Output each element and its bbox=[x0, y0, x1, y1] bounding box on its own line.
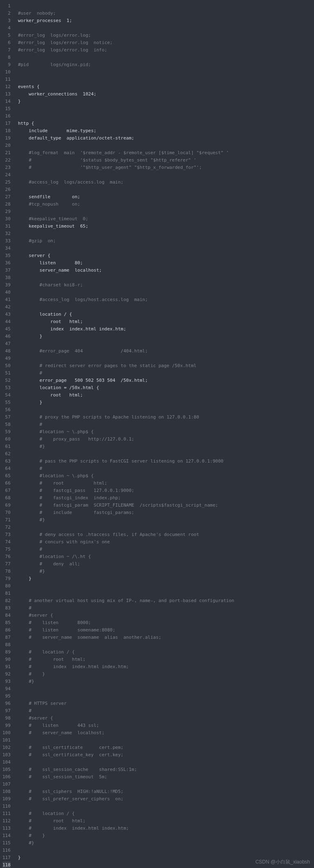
line-number[interactable]: 97 bbox=[2, 707, 11, 715]
line-number[interactable]: 28 bbox=[2, 201, 11, 208]
line-number[interactable]: 70 bbox=[2, 509, 11, 516]
code-line[interactable]: #keepalive_timeout 0; bbox=[18, 215, 314, 223]
code-line[interactable] bbox=[18, 737, 314, 744]
line-number[interactable]: 55 bbox=[2, 399, 11, 406]
code-line[interactable]: # root html; bbox=[18, 480, 314, 487]
line-number[interactable]: 8 bbox=[2, 54, 11, 61]
line-number[interactable]: 87 bbox=[2, 634, 11, 641]
code-line[interactable]: # bbox=[18, 465, 314, 472]
line-number[interactable]: 60 bbox=[2, 436, 11, 443]
code-line[interactable]: # deny all; bbox=[18, 560, 314, 568]
line-number[interactable]: 117 bbox=[2, 854, 11, 861]
line-number[interactable]: 85 bbox=[2, 619, 11, 627]
code-line[interactable] bbox=[18, 450, 314, 458]
code-area[interactable]: #user nobody;worker_processes 1; #error_… bbox=[14, 0, 314, 868]
code-line[interactable] bbox=[18, 24, 314, 32]
code-line[interactable]: # index index.html index.htm; bbox=[18, 825, 314, 832]
code-line[interactable]: # listen 8000; bbox=[18, 619, 314, 627]
code-line[interactable]: #tcp_nopush on; bbox=[18, 201, 314, 208]
code-line[interactable]: # ssl_session_timeout 5m; bbox=[18, 773, 314, 781]
line-number[interactable]: 41 bbox=[2, 296, 11, 303]
code-line[interactable]: #error_log logs/error.log info; bbox=[18, 46, 314, 54]
code-line[interactable]: # HTTPS server bbox=[18, 700, 314, 707]
code-line[interactable] bbox=[18, 142, 314, 149]
code-line[interactable]: # } bbox=[18, 832, 314, 839]
code-line[interactable] bbox=[18, 289, 314, 296]
code-line[interactable]: # ssl_prefer_server_ciphers on; bbox=[18, 795, 314, 803]
code-line[interactable]: #access_log logs/host.access.log main; bbox=[18, 296, 314, 303]
code-line[interactable]: #} bbox=[18, 443, 314, 450]
line-number[interactable]: 36 bbox=[2, 259, 11, 267]
code-line[interactable]: location = /50x.html { bbox=[18, 384, 314, 392]
line-number[interactable]: 63 bbox=[2, 458, 11, 465]
code-line[interactable]: # fastcgi_index index.php; bbox=[18, 494, 314, 502]
code-line[interactable]: server_name localhost; bbox=[18, 267, 314, 274]
line-number[interactable]: 91 bbox=[2, 663, 11, 671]
code-line[interactable]: # include fastcgi_params; bbox=[18, 509, 314, 516]
line-number[interactable]: 115 bbox=[2, 839, 11, 847]
line-number[interactable]: 23 bbox=[2, 164, 11, 171]
code-line[interactable]: #user nobody; bbox=[18, 10, 314, 17]
line-number[interactable]: 114 bbox=[2, 832, 11, 839]
code-line[interactable]: # fastcgi_param SCRIPT_FILENAME /scripts… bbox=[18, 502, 314, 509]
code-line[interactable]: # proxy the PHP scripts to Apache listen… bbox=[18, 414, 314, 421]
code-line[interactable]: # '"$http_user_agent" "$http_x_forwarded… bbox=[18, 164, 314, 171]
code-line[interactable]: # fastcgi_pass 127.0.0.1:9000; bbox=[18, 487, 314, 494]
code-line[interactable]: # location / { bbox=[18, 649, 314, 656]
code-line[interactable]: # bbox=[18, 421, 314, 428]
line-number[interactable]: 103 bbox=[2, 751, 11, 759]
code-line[interactable]: # bbox=[18, 604, 314, 612]
line-number[interactable]: 54 bbox=[2, 392, 11, 399]
code-line[interactable]: #server { bbox=[18, 612, 314, 619]
line-number[interactable]: 31 bbox=[2, 223, 11, 230]
line-number[interactable]: 35 bbox=[2, 252, 11, 259]
code-line[interactable] bbox=[18, 208, 314, 215]
line-number[interactable]: 90 bbox=[2, 656, 11, 663]
line-number[interactable]: 53 bbox=[2, 384, 11, 392]
code-line[interactable] bbox=[18, 355, 314, 362]
line-number[interactable]: 110 bbox=[2, 803, 11, 810]
code-line[interactable] bbox=[18, 76, 314, 83]
line-number[interactable]: 79 bbox=[2, 575, 11, 582]
code-line[interactable]: listen 80; bbox=[18, 259, 314, 267]
code-line[interactable]: } bbox=[18, 399, 314, 406]
code-line[interactable]: location / { bbox=[18, 311, 314, 318]
code-line[interactable]: # proxy_pass http://127.0.0.1; bbox=[18, 436, 314, 443]
line-number[interactable]: 75 bbox=[2, 546, 11, 553]
line-number[interactable]: 57 bbox=[2, 414, 11, 421]
code-line[interactable] bbox=[18, 69, 314, 76]
line-number[interactable]: 21 bbox=[2, 149, 11, 157]
line-number[interactable]: 42 bbox=[2, 303, 11, 311]
code-line[interactable] bbox=[18, 685, 314, 693]
line-number[interactable]: 100 bbox=[2, 729, 11, 737]
code-line[interactable]: #location ~ \.php$ { bbox=[18, 428, 314, 436]
code-line[interactable]: #log_format main '$remote_addr - $remote… bbox=[18, 149, 314, 157]
line-number[interactable]: 19 bbox=[2, 135, 11, 142]
code-line[interactable]: events { bbox=[18, 83, 314, 91]
code-line[interactable]: # server_name localhost; bbox=[18, 729, 314, 737]
line-number[interactable]: 74 bbox=[2, 538, 11, 546]
line-number[interactable]: 32 bbox=[2, 230, 11, 237]
line-number[interactable]: 64 bbox=[2, 465, 11, 472]
line-number[interactable]: 112 bbox=[2, 817, 11, 825]
line-number[interactable]: 58 bbox=[2, 421, 11, 428]
code-line[interactable]: # concurs with nginx's one bbox=[18, 538, 314, 546]
line-number[interactable]: 20 bbox=[2, 142, 11, 149]
line-number[interactable]: 118 bbox=[2, 861, 11, 868]
code-line[interactable]: #location ~ /\.ht { bbox=[18, 553, 314, 560]
line-number[interactable]: 34 bbox=[2, 245, 11, 252]
line-number[interactable]: 89 bbox=[2, 649, 11, 656]
code-line[interactable] bbox=[18, 303, 314, 311]
line-number[interactable]: 15 bbox=[2, 105, 11, 113]
line-number[interactable]: 84 bbox=[2, 612, 11, 619]
line-number[interactable]: 102 bbox=[2, 744, 11, 751]
code-line[interactable]: # ssl_certificate_key cert.key; bbox=[18, 751, 314, 759]
code-line[interactable]: } bbox=[18, 98, 314, 105]
line-number[interactable]: 52 bbox=[2, 377, 11, 384]
line-number[interactable]: 40 bbox=[2, 289, 11, 296]
code-line[interactable]: root html; bbox=[18, 318, 314, 326]
code-line[interactable]: # root html; bbox=[18, 656, 314, 663]
line-number[interactable]: 86 bbox=[2, 627, 11, 634]
line-number[interactable]: 109 bbox=[2, 795, 11, 803]
code-line[interactable]: #} bbox=[18, 516, 314, 524]
